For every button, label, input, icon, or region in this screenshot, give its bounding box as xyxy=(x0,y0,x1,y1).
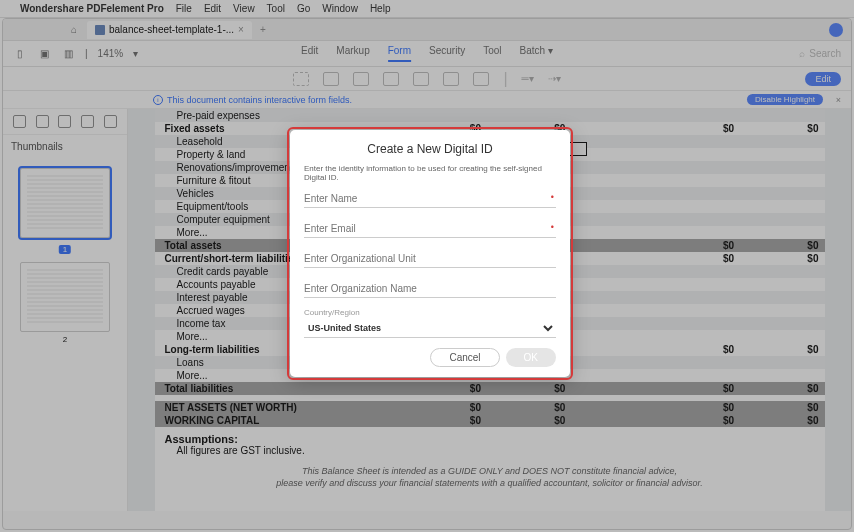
org-unit-input[interactable] xyxy=(304,249,556,268)
digital-id-modal: Create a New Digital ID Enter the identi… xyxy=(290,130,570,377)
required-icon: • xyxy=(551,222,554,232)
required-icon: • xyxy=(551,192,554,202)
country-label: Country/Region xyxy=(304,308,556,317)
org-name-input[interactable] xyxy=(304,279,556,298)
country-select[interactable]: US-United States xyxy=(304,318,556,338)
name-input[interactable] xyxy=(304,189,556,208)
email-input[interactable] xyxy=(304,219,556,238)
